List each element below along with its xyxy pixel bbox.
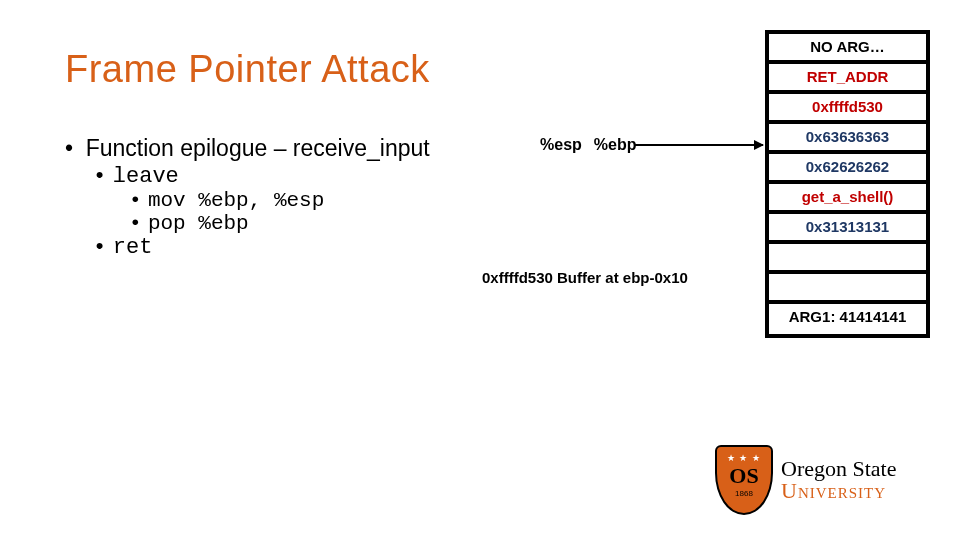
shield-letters: OS <box>729 463 758 489</box>
ebp-label: %ebp <box>594 136 637 154</box>
shield-year: 1868 <box>735 489 753 498</box>
logo-line1: Oregon State <box>781 458 896 480</box>
bullet-ret: •ret <box>93 235 565 260</box>
bullet-pop: •pop %ebp <box>129 212 565 235</box>
bullet-ret-text: ret <box>113 235 153 260</box>
slide-body: •Function epilogue – receive_input •leav… <box>65 135 565 260</box>
stack-cell-saved-ebp: 0xffffd530 <box>769 94 926 124</box>
stack-cell-buf2: 0x62626262 <box>769 154 926 184</box>
bullet-mov-text: mov %ebp, %esp <box>148 189 324 212</box>
stack-cell-arg1: ARG1: 41414141 <box>769 304 926 334</box>
stack-cell-empty1 <box>769 244 926 274</box>
logo-text: Oregon State University <box>781 458 896 502</box>
bullet-mov: •mov %ebp, %esp <box>129 189 565 212</box>
shield-icon: ★ ★ ★ OS 1868 <box>715 445 773 515</box>
stack-cell-get-a-shell: get_a_shell() <box>769 184 926 214</box>
bullet-lvl1: •Function epilogue – receive_input <box>65 135 565 162</box>
stack-cell-ret-addr: RET_ADDR <box>769 64 926 94</box>
stack-cell-empty2 <box>769 274 926 304</box>
bullet-leave: •leave <box>93 164 565 189</box>
stack-cell-buf3: 0x63636363 <box>769 124 926 154</box>
university-logo: ★ ★ ★ OS 1868 Oregon State University <box>715 440 930 520</box>
buffer-address-label: 0xffffd530 Buffer at ebp-0x10 <box>482 269 688 286</box>
slide-title: Frame Pointer Attack <box>65 48 430 91</box>
pointer-arrow-icon <box>635 144 763 146</box>
logo-line2: University <box>781 480 896 502</box>
bullet-pop-text: pop %ebp <box>148 212 249 235</box>
stack-cell-buf0: 0x31313131 <box>769 214 926 244</box>
esp-label: %esp <box>540 136 582 154</box>
stack-diagram: NO ARG…RET_ADDR0xffffd5300x636363630x626… <box>765 30 930 338</box>
bullet-leave-text: leave <box>113 164 179 189</box>
stack-cell-no-arg: NO ARG… <box>769 34 926 64</box>
register-pointer-labels: %esp %ebp <box>540 136 636 154</box>
bullet-lvl1-text: Function epilogue – receive_input <box>86 135 430 161</box>
slide: Frame Pointer Attack •Function epilogue … <box>0 0 960 540</box>
stars-icon: ★ ★ ★ <box>727 453 761 463</box>
